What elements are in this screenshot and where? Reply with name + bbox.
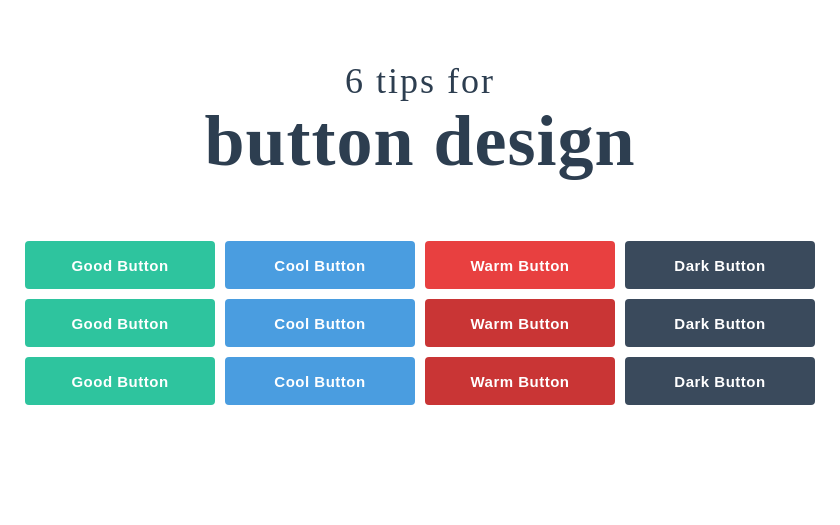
dark-button-4[interactable]: Dark Button <box>625 241 815 289</box>
good-button-5[interactable]: Good Button <box>25 299 215 347</box>
warm-button-3[interactable]: Warm Button <box>425 241 615 289</box>
dark-button-8[interactable]: Dark Button <box>625 299 815 347</box>
good-button-1[interactable]: Good Button <box>25 241 215 289</box>
cool-button-10[interactable]: Cool Button <box>225 357 415 405</box>
warm-hover-button-11[interactable]: Warm Button <box>425 357 615 405</box>
buttons-grid: Good ButtonCool ButtonWarm ButtonDark Bu… <box>25 241 815 405</box>
cool-button-6[interactable]: Cool Button <box>225 299 415 347</box>
title-bottom: button design <box>204 102 635 181</box>
dark-button-12[interactable]: Dark Button <box>625 357 815 405</box>
warm-hover-button-7[interactable]: Warm Button <box>425 299 615 347</box>
cool-button-2[interactable]: Cool Button <box>225 241 415 289</box>
title-section: 6 tips for button design <box>204 60 635 181</box>
title-top: 6 tips for <box>204 60 635 102</box>
good-button-9[interactable]: Good Button <box>25 357 215 405</box>
